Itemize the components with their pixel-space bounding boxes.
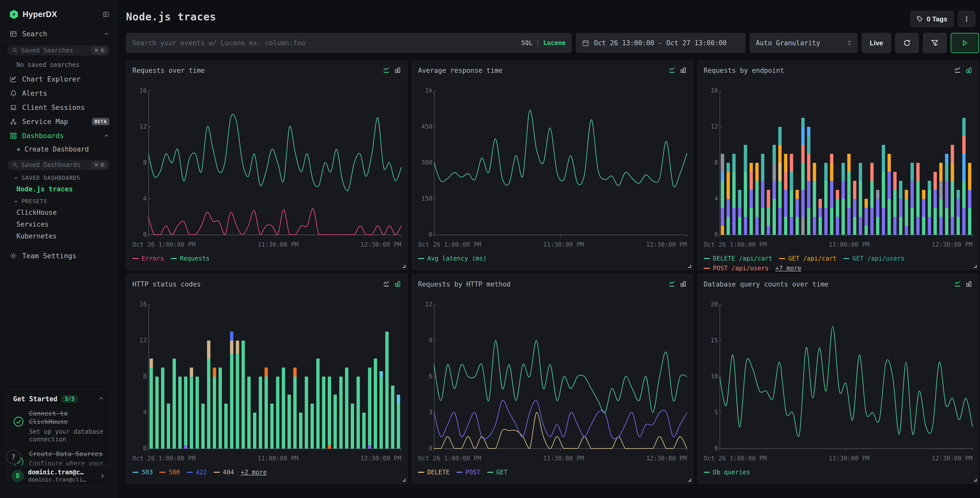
check-circle-icon — [13, 416, 24, 443]
legend-item[interactable]: Errors — [132, 255, 164, 262]
event-search-input[interactable]: Search your events w/ Lucene ex. column:… — [126, 33, 572, 53]
legend-label: 422 — [196, 469, 207, 476]
mode-lucene-toggle[interactable]: Lucene — [543, 39, 566, 46]
legend-item[interactable]: POST /api/users — [704, 265, 769, 272]
chart-plot[interactable] — [434, 305, 687, 451]
legend-more-link[interactable]: +7 more — [775, 265, 801, 272]
legend-more-link[interactable]: +2 more — [241, 469, 267, 476]
saved-dashboards-placeholder: Saved Dashboards — [21, 161, 89, 169]
saved-searches-input[interactable]: Saved Searches ⌘ K — [7, 45, 110, 56]
sidebar-item-label: Team Settings — [22, 252, 109, 260]
help-button[interactable]: ? — [6, 450, 21, 464]
sidebar-item-client-sessions[interactable]: Client Sessions — [0, 100, 117, 115]
legend-item[interactable]: Db queries — [704, 469, 750, 476]
panel-resize-handle[interactable] — [974, 479, 977, 482]
line-view-icon[interactable] — [668, 280, 676, 287]
saved-dashboards-input[interactable]: Saved Dashboards ⌘ K — [7, 160, 110, 170]
sidebar-divider — [0, 41, 117, 41]
get-started-item-title: Create Data Sources — [29, 450, 104, 458]
preset-item-kubernetes[interactable]: Kubernetes — [0, 230, 117, 242]
sidebar-item-dashboards[interactable]: Dashboards — [0, 129, 117, 143]
run-query-button[interactable] — [951, 33, 979, 53]
legend-label: DELETE — [427, 469, 450, 476]
legend-swatch — [704, 472, 710, 473]
saved-dashboards-section-toggle[interactable]: SAVED DASHBOARDS — [0, 172, 117, 183]
sidebar-item-chart-explorer[interactable]: Chart Explorer — [0, 72, 117, 86]
line-view-icon[interactable] — [954, 67, 961, 74]
legend-label: Db queries — [713, 469, 750, 476]
legend-item[interactable]: 500 — [159, 469, 180, 476]
panel-resize-handle[interactable] — [688, 265, 691, 268]
more-menu-button[interactable] — [958, 11, 975, 27]
x-tick-left: Oct 26 1:00:00 PM — [418, 241, 481, 248]
legend-item[interactable]: 422 — [187, 469, 207, 476]
date-range-picker[interactable]: Oct 26 13:00:00 - Oct 27 13:00:00 — [576, 33, 746, 53]
bar-view-icon[interactable] — [394, 280, 401, 287]
mode-sql-toggle[interactable]: SQL — [521, 39, 532, 46]
legend-label: Errors — [142, 255, 164, 262]
line-view-icon[interactable] — [383, 67, 390, 74]
legend-item[interactable]: Requests — [171, 255, 210, 262]
legend-item[interactable]: DELETE /api/cart — [704, 255, 772, 262]
refresh-button[interactable] — [895, 33, 919, 53]
chart-plot[interactable] — [719, 91, 972, 238]
create-dashboard-button[interactable]: + Create Dashboard — [0, 143, 117, 156]
filter-button[interactable] — [923, 33, 947, 53]
chart-plot[interactable] — [719, 305, 972, 451]
bar-view-icon[interactable] — [965, 67, 972, 74]
bar-view-icon[interactable] — [965, 280, 972, 287]
chart-plot[interactable] — [148, 91, 401, 238]
legend-item[interactable]: GET — [487, 469, 508, 476]
brand-name: HyperDX — [22, 10, 103, 19]
panel-resize-handle[interactable] — [402, 479, 406, 482]
panel-resize-handle[interactable] — [402, 265, 406, 268]
presets-section-toggle[interactable]: PRESETS — [0, 195, 117, 207]
sidebar-item-search[interactable]: Search — [0, 27, 117, 41]
get-started-item[interactable]: Connect to ClickHouse Set up your databa… — [13, 410, 104, 443]
granularity-value: Auto Granularity — [756, 39, 846, 47]
panel-resize-handle[interactable] — [974, 265, 977, 268]
x-tick-right: 12:30:00 PM — [932, 241, 972, 248]
line-view-icon[interactable] — [668, 67, 676, 74]
legend-item[interactable]: GET /api/cart — [779, 255, 837, 262]
x-axis-labels: Oct 26 1:00:00 PM 11:30:00 PM 12:30:00 P… — [704, 455, 972, 462]
legend-item[interactable]: 503 — [132, 469, 153, 476]
sidebar-collapse-icon[interactable] — [103, 11, 109, 18]
legend-item[interactable]: Avg latency (ms) — [418, 255, 487, 262]
avatar: D — [11, 470, 24, 482]
sidebar-item-team-settings[interactable]: Team Settings — [0, 249, 117, 263]
live-button[interactable]: Live — [862, 33, 891, 53]
chart-plot[interactable] — [434, 91, 687, 238]
x-tick-right: 12:30:00 PM — [932, 455, 972, 462]
legend-label: GET /api/users — [853, 255, 904, 262]
legend-item[interactable]: POST — [456, 469, 480, 476]
section-label: SAVED DASHBOARDS — [22, 175, 80, 181]
sidebar-item-service-map[interactable]: Service Map BETA — [0, 115, 117, 129]
chevron-right-icon — [99, 473, 105, 479]
preset-item-services[interactable]: Services — [0, 219, 117, 230]
chevron-up-icon[interactable] — [98, 396, 104, 402]
bar-view-icon[interactable] — [394, 67, 401, 74]
dashboard-item-nodejs-traces[interactable]: Node.js traces — [0, 183, 117, 195]
sidebar-item-alerts[interactable]: Alerts — [0, 86, 117, 100]
legend-item[interactable]: GET /api/users — [843, 255, 904, 262]
panel-resize-handle[interactable] — [688, 479, 691, 482]
x-tick-left: Oct 26 1:00:00 PM — [418, 455, 481, 462]
tags-button[interactable]: 0 Tags — [910, 11, 954, 27]
bar-view-icon[interactable] — [680, 280, 687, 287]
line-view-icon[interactable] — [954, 280, 961, 287]
preset-item-clickhouse[interactable]: ClickHouse — [0, 207, 117, 219]
x-tick-left: Oct 26 1:00:00 PM — [132, 241, 196, 248]
legend-label: 404 — [223, 469, 234, 476]
calendar-icon — [582, 39, 589, 46]
line-view-icon[interactable] — [383, 280, 390, 287]
legend-item[interactable]: DELETE — [418, 469, 450, 476]
legend-item[interactable]: 404 — [214, 469, 234, 476]
user-account-button[interactable]: D dominic.tran@c… dominic.tran@cli… — [7, 465, 110, 486]
bar-view-icon[interactable] — [680, 67, 687, 74]
user-name: dominic.tran@c… — [28, 469, 95, 476]
legend-label: GET — [496, 469, 508, 476]
granularity-select[interactable]: Auto Granularity — [750, 33, 858, 53]
chart-plot[interactable] — [148, 305, 401, 451]
chevron-down-icon — [13, 199, 19, 204]
